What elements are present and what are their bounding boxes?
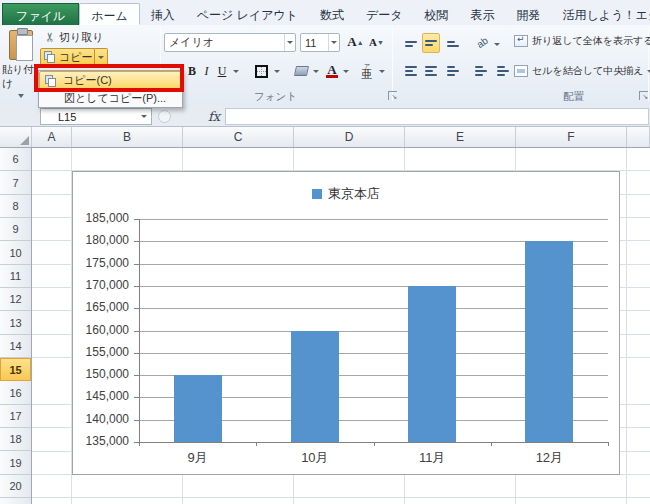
y-axis-label: 185,000 [73, 211, 129, 225]
shrink-font-button[interactable]: A▼ [367, 31, 386, 53]
menu-item-copy-as-picture[interactable]: 図としてコピー(P)... [39, 90, 182, 107]
row-header-17[interactable]: 17 [0, 405, 31, 428]
column-header-F[interactable]: F [516, 127, 627, 147]
row-header-14[interactable]: 14 [0, 335, 31, 358]
tab-活用しよう！エクセル[interactable]: 活用しよう！エクセル [552, 3, 650, 25]
column-header-E[interactable]: E [405, 127, 516, 147]
orientation-dropdown[interactable] [492, 33, 502, 55]
paste-button[interactable]: 貼り付け [2, 27, 40, 105]
column-header-partial[interactable] [627, 127, 650, 147]
decrease-indent-button[interactable] [472, 60, 490, 82]
formula-input[interactable] [225, 108, 649, 125]
font-color-button[interactable]: A [324, 60, 340, 82]
copy-dropdown-menu: コピー(C)図としてコピー(P)... [38, 70, 183, 108]
tab-データ[interactable]: データ [355, 3, 414, 25]
menu-item-copy[interactable]: コピー(C) [39, 71, 182, 90]
fill-color-button[interactable] [292, 60, 310, 82]
cut-button[interactable]: ✂ 切り取り [41, 28, 108, 46]
borders-icon [255, 65, 268, 78]
bar-chart[interactable]: 東京本店135,000140,000145,000150,000155,0001… [72, 171, 620, 475]
bar-11月[interactable] [408, 286, 456, 442]
scissors-icon: ✂ [43, 32, 57, 42]
tab-表示[interactable]: 表示 [460, 3, 506, 25]
insert-function-button[interactable]: fx [204, 108, 224, 125]
x-axis-tick [256, 442, 257, 446]
align-middle-icon [425, 40, 437, 46]
x-axis-label-11月: 11月 [374, 449, 491, 467]
tab-開発[interactable]: 開発 [506, 3, 552, 25]
merge-center-button[interactable]: セルを結合して中央揃え [510, 62, 650, 80]
decrease-indent-icon [475, 66, 487, 76]
select-all-corner[interactable] [0, 127, 32, 147]
alignment-dialog-launcher[interactable]: ↘ [639, 91, 648, 100]
row-header-11[interactable]: 11 [0, 265, 31, 288]
row-header-8[interactable]: 8 [0, 195, 31, 218]
row-header-6[interactable]: 6 [0, 148, 31, 171]
font-name-dropdown[interactable] [284, 34, 295, 51]
font-size-value: 11 [301, 37, 328, 49]
grow-font-button[interactable]: A▲ [346, 31, 365, 53]
borders-dropdown[interactable] [272, 60, 282, 82]
shrink-font-glyph: A [369, 36, 377, 48]
tab-file[interactable]: ファイル [2, 3, 79, 25]
row-header-15[interactable]: 15 [0, 358, 31, 381]
column-header-C[interactable]: C [183, 127, 294, 147]
chart-gridline [139, 219, 608, 220]
y-axis-label: 150,000 [73, 367, 129, 381]
column-header-D[interactable]: D [294, 127, 405, 147]
row-header-20[interactable]: 20 [0, 475, 31, 498]
menu-item-label: 図としてコピー(P)... [64, 91, 166, 106]
row-header-7[interactable]: 7 [0, 171, 31, 194]
font-group-label: フォント [254, 90, 297, 104]
italic-button[interactable]: I [200, 60, 213, 82]
borders-button[interactable] [252, 60, 270, 82]
increase-indent-icon [497, 66, 509, 76]
row-header-16[interactable]: 16 [0, 381, 31, 404]
tab-ホーム[interactable]: ホーム [79, 3, 140, 25]
underline-dropdown[interactable] [231, 60, 241, 82]
formula-bar-divider [158, 110, 171, 123]
font-dialog-launcher[interactable]: ↘ [388, 91, 397, 100]
tab-数式[interactable]: 数式 [309, 3, 355, 25]
row-header-18[interactable]: 18 [0, 428, 31, 451]
bold-button[interactable]: B [185, 60, 199, 82]
phonetic-guide-dropdown[interactable] [377, 60, 387, 82]
name-box[interactable]: L15 [40, 108, 152, 125]
row-header-19[interactable]: 19 [0, 451, 31, 474]
bar-10月[interactable] [291, 331, 339, 443]
align-center-button[interactable] [422, 60, 440, 82]
name-box-dropdown[interactable] [137, 115, 151, 118]
font-color-icon: A [326, 64, 337, 78]
copy-button[interactable]: コピー [40, 48, 95, 66]
phonetic-guide-button[interactable]: ア 亜 [358, 60, 376, 82]
fill-color-dropdown[interactable] [311, 60, 321, 82]
row-header-9[interactable]: 9 [0, 218, 31, 241]
align-top-button[interactable] [402, 33, 420, 55]
paste-dropdown-arrow[interactable] [18, 94, 24, 98]
column-header-B[interactable]: B [72, 127, 183, 147]
alignment-group-label: 配置 [563, 90, 584, 104]
tab-校閲[interactable]: 校閲 [414, 3, 460, 25]
wrap-text-button[interactable]: 折り返して全体を表示する [510, 32, 650, 50]
row-header-13[interactable]: 13 [0, 311, 31, 334]
align-left-button[interactable] [402, 60, 420, 82]
y-axis-label: 135,000 [73, 434, 129, 448]
row-header-10[interactable]: 10 [0, 241, 31, 264]
bar-12月[interactable] [525, 241, 573, 442]
font-name-combo[interactable]: メイリオ [164, 33, 296, 52]
font-color-dropdown[interactable] [341, 60, 351, 82]
font-size-dropdown[interactable] [328, 34, 339, 51]
copy-dropdown-arrow[interactable] [95, 48, 108, 66]
tab-挿入[interactable]: 挿入 [140, 3, 186, 25]
align-right-button[interactable] [444, 60, 462, 82]
underline-button[interactable]: U [215, 60, 229, 82]
font-size-combo[interactable]: 11 [300, 33, 340, 52]
bar-9月[interactable] [174, 375, 222, 442]
tab-ページ レイアウト[interactable]: ページ レイアウト [186, 3, 309, 25]
y-axis-label: 170,000 [73, 278, 129, 292]
wrap-text-label: 折り返して全体を表示する [532, 34, 650, 48]
row-header-12[interactable]: 12 [0, 288, 31, 311]
align-middle-button[interactable] [422, 33, 440, 53]
align-bottom-button[interactable] [444, 33, 462, 55]
column-header-A[interactable]: A [32, 127, 72, 147]
